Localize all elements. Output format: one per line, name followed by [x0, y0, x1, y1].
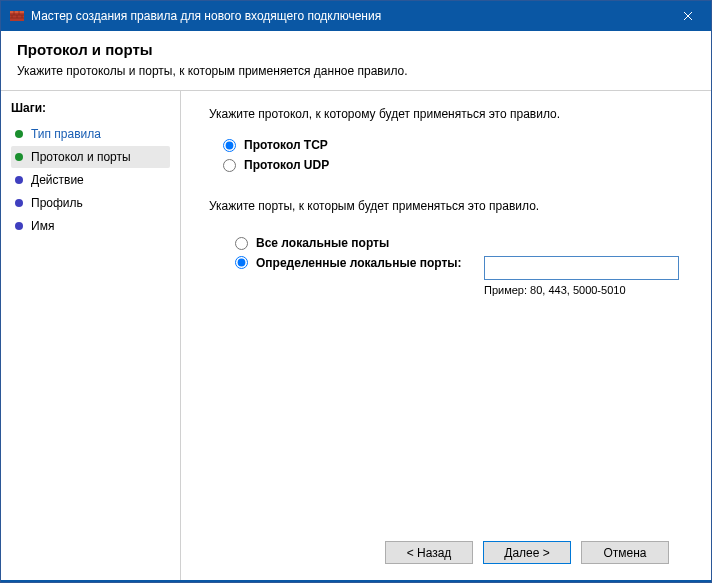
bullet-icon: [15, 176, 23, 184]
main-panel: Укажите протокол, к которому будет приме…: [181, 91, 711, 580]
protocol-tcp-label[interactable]: Протокол TCP: [244, 138, 328, 152]
step-label: Профиль: [31, 196, 83, 210]
bullet-icon: [15, 130, 23, 138]
ports-specific-radio[interactable]: [235, 256, 248, 269]
next-button[interactable]: Далее >: [483, 541, 571, 564]
step-action[interactable]: Действие: [11, 169, 170, 191]
svg-rect-1: [10, 11, 24, 13]
step-name[interactable]: Имя: [11, 215, 170, 237]
wizard-body: Шаги: Тип правила Протокол и порты Дейст…: [1, 91, 711, 580]
bottom-accent: [1, 580, 711, 582]
ports-specific-row: Определенные локальные порты: Пример: 80…: [235, 256, 687, 296]
step-label: Имя: [31, 219, 54, 233]
protocol-tcp-radio[interactable]: [223, 139, 236, 152]
titlebar: Мастер создания правила для нового входя…: [1, 1, 711, 31]
protocol-tcp-row: Протокол TCP: [223, 138, 687, 152]
ports-block: Укажите порты, к которым будет применять…: [209, 199, 687, 299]
ports-all-radio[interactable]: [235, 237, 248, 250]
steps-sidebar: Шаги: Тип правила Протокол и порты Дейст…: [1, 91, 181, 580]
protocol-udp-radio[interactable]: [223, 159, 236, 172]
close-button[interactable]: [665, 1, 711, 31]
step-label: Тип правила: [31, 127, 101, 141]
cancel-button[interactable]: Отмена: [581, 541, 669, 564]
ports-example: Пример: 80, 443, 5000-5010: [484, 284, 626, 296]
bullet-icon: [15, 153, 23, 161]
protocol-udp-row: Протокол UDP: [223, 158, 687, 172]
firewall-icon: [9, 8, 25, 24]
steps-heading: Шаги:: [11, 101, 170, 115]
page-title: Протокол и порты: [17, 41, 695, 58]
step-rule-type[interactable]: Тип правила: [11, 123, 170, 145]
wizard-window: Мастер создания правила для нового входя…: [0, 0, 712, 583]
ports-all-label[interactable]: Все локальные порты: [256, 236, 389, 250]
back-button[interactable]: < Назад: [385, 541, 473, 564]
ports-prompt: Укажите порты, к которым будет применять…: [209, 199, 687, 213]
protocol-prompt: Укажите протокол, к которому будет приме…: [209, 107, 687, 121]
spacer: [209, 299, 687, 529]
ports-specific-label[interactable]: Определенные локальные порты:: [256, 256, 462, 270]
bullet-icon: [15, 199, 23, 207]
port-input-column: Пример: 80, 443, 5000-5010: [484, 256, 687, 296]
protocol-udp-label[interactable]: Протокол UDP: [244, 158, 329, 172]
wizard-header: Протокол и порты Укажите протоколы и пор…: [1, 31, 711, 90]
ports-input[interactable]: [484, 256, 679, 280]
bullet-icon: [15, 222, 23, 230]
step-protocol-ports[interactable]: Протокол и порты: [11, 146, 170, 168]
ports-all-row: Все локальные порты: [235, 236, 687, 250]
ports-options: Все локальные порты Определенные локальн…: [209, 233, 687, 299]
step-profile[interactable]: Профиль: [11, 192, 170, 214]
step-label: Действие: [31, 173, 84, 187]
step-label: Протокол и порты: [31, 150, 131, 164]
wizard-footer: < Назад Далее > Отмена: [209, 529, 687, 580]
page-subtitle: Укажите протоколы и порты, к которым при…: [17, 64, 695, 78]
window-title: Мастер создания правила для нового входя…: [31, 9, 665, 23]
